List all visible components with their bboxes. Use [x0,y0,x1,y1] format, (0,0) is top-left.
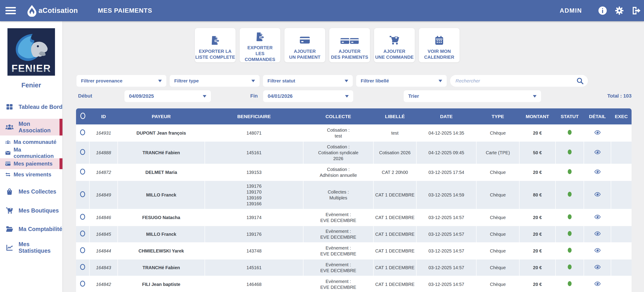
date-filters-row: Début 04/09/2025 Fin 04/01/2026 Trier To… [63,90,644,102]
row-select-radio[interactable] [80,169,85,174]
row-select-radio[interactable] [80,247,85,253]
view-calendar-button[interactable]: VOIR MON CALENDRIER [419,28,460,62]
cell-id: 164845 [90,226,118,243]
view-detail-eye-icon[interactable] [594,281,600,286]
chevron-down-icon [345,95,349,98]
sidebar-item-mes-collectes[interactable]: Mes Collectes [0,185,62,198]
sidebar-item-ma-comptabilite[interactable]: Ma Comptabilité [0,222,62,236]
filter-type-dropdown[interactable]: Filtrer type [170,75,260,87]
add-payments-button[interactable]: AJOUTER DES PAIEMENTS [329,28,370,62]
cell-payeur: TRANCHé Fabien [118,259,205,276]
view-detail-eye-icon[interactable] [594,150,600,154]
export-orders-button[interactable]: EXPORTER LES COMMANDES [240,28,280,62]
cell-exec [611,125,632,141]
cell-montant: 20 € [519,276,556,292]
date-debut-value: 04/09/2025 [129,93,154,99]
chevron-down-icon [158,80,162,82]
select-all-radio[interactable] [80,113,85,119]
search-icon[interactable] [576,77,584,85]
admin-user-label[interactable]: ADMIN [560,7,582,14]
sidebar-item-mes-virements[interactable]: Mes virements [0,169,62,180]
sidebar-item-label: Tableau de Bord [18,104,62,110]
credit-card-icon [4,161,11,167]
drop-logo-icon [26,4,38,17]
cell-montant: 50 € [519,141,556,164]
search-input[interactable] [456,78,576,84]
cell-date: 04-12-2025 14:35 [416,125,476,141]
sidebar-item-tableau-de-bord[interactable]: Tableau de Bord [0,100,62,113]
folder-icon [5,225,14,233]
cell-id: 164872 [90,164,118,181]
table-row: 164843 TRANCHé Fabien 145161 Evènement :… [76,259,632,276]
sidebar: FENIER Fenier Tableau de Bord Mon Assoc [0,21,63,292]
sidebar-item-mes-boutiques[interactable]: Mes Boutiques [0,204,62,217]
row-select-radio[interactable] [80,231,85,236]
row-select-radio[interactable] [80,214,85,220]
sidebar-item-mes-paiements[interactable]: Mes paiements [0,158,62,169]
sidebar-item-ma-communaute[interactable]: Ma communauté [0,137,62,147]
view-detail-eye-icon[interactable] [594,231,600,236]
cell-montant: 20 € [519,259,556,276]
cell-payeur: TRANCHé Fabien [118,141,205,164]
debut-label: Début [78,93,92,99]
cell-exec [611,209,632,226]
transfer-icon [4,172,11,177]
table-row: 164842 FILI Jean baptiste 146468 Evèneme… [76,276,632,292]
row-select-radio[interactable] [80,129,85,135]
payments-table: ID PAYEUR BENEFICIAIRE COLLECTE LIBELLÉ … [76,108,632,292]
logout-icon[interactable] [631,6,641,15]
col-collecte: COLLECTE [303,108,373,125]
cell-beneficiaire: 145161 [205,141,303,164]
date-fin-dropdown[interactable]: 04/01/2026 [263,90,353,102]
add-order-button[interactable]: AJOUTER UNE COMMANDE [374,28,415,62]
view-detail-eye-icon[interactable] [594,130,600,135]
sidebar-item-ma-communication[interactable]: Ma communication [0,147,62,158]
sidebar-item-label: Mes Collectes [18,188,56,195]
status-badge [568,169,572,174]
cell-exec [611,141,632,164]
view-detail-eye-icon[interactable] [594,215,600,219]
col-id: ID [90,108,118,125]
cell-date: 03-12-2025 14:57 [416,243,476,259]
cell-beneficiaire: 139176 [205,226,303,243]
table-row: 164849 MILLO Franck 139176 139170 139169… [76,181,632,209]
dashboard-icon [5,103,14,110]
action-label: EXPORTER LES COMMANDES [240,45,280,62]
view-detail-eye-icon[interactable] [594,169,600,174]
cell-beneficiaire: 148071 [205,125,303,141]
cell-payeur: DUPONT Jean françois [118,125,205,141]
sidebar-item-mon-association[interactable]: Mon Association [0,119,62,136]
col-date: DATE [416,108,476,125]
cell-type: Carte (TPE) [476,141,519,164]
row-select-radio[interactable] [80,191,85,197]
row-select-radio[interactable] [80,281,85,287]
trier-dropdown[interactable]: Trier [404,90,541,102]
sidebar-nav: Tableau de Bord Mon Association Ma c [0,100,62,254]
view-detail-eye-icon[interactable] [594,248,600,253]
cell-beneficiaire: 143748 [205,243,303,259]
cell-type: Chèque [476,243,519,259]
sidebar-item-label: Mes virements [14,171,51,178]
add-payment-button[interactable]: AJOUTER UN PAIEMENT [284,28,325,62]
sidebar-item-label: Mes Statistiques [18,241,62,254]
filter-statut-dropdown[interactable]: Filtrer statut [263,75,353,87]
cell-montant: 20 € [519,164,556,181]
row-select-radio[interactable] [80,264,85,270]
sidebar-item-mes-statistiques[interactable]: Mes Statistiques [0,241,62,254]
view-detail-eye-icon[interactable] [594,192,600,197]
info-icon[interactable] [598,6,607,15]
filter-provenance-dropdown[interactable]: Filtrer provenance [76,75,166,87]
date-debut-dropdown[interactable]: 04/09/2025 [124,90,211,102]
club-logo: FENIER [8,28,55,76]
col-libelle: LIBELLÉ [373,108,416,125]
row-select-radio[interactable] [80,149,85,155]
cell-collecte: Cotisation : Cotisation syndicale 2026 [303,141,373,164]
view-detail-eye-icon[interactable] [594,265,600,270]
export-full-list-button[interactable]: EXPORTER LA LISTE COMPLETE [195,28,236,62]
menu-hamburger-icon[interactable] [6,5,16,16]
envelope-icon [4,150,11,156]
gear-icon[interactable] [614,6,624,15]
filter-libelle-dropdown[interactable]: Filtrer libellé [356,75,447,87]
cell-date: 03-12-2025 14:57 [416,209,476,226]
cell-montant: 20 € [519,226,556,243]
